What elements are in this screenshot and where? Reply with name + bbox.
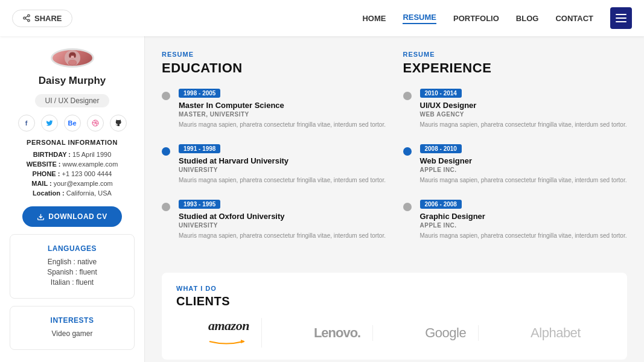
interest-1: Video gamer (20, 329, 124, 338)
edu-subtitle-2: UNIVERSITY (179, 167, 386, 173)
exp-subtitle-1: Web Agency (420, 111, 628, 118)
twitter-icon[interactable] (41, 115, 58, 132)
exp-dot-3 (403, 203, 412, 211)
lenovo-logo: Lenovo. (302, 325, 373, 341)
experience-title: EXPERIENCE (403, 60, 628, 76)
exp-content-3: 2006 - 2008 Graphic Designer Apple Inc. … (420, 198, 628, 240)
download-cv-label: DOWNLOAD CV (48, 212, 107, 221)
github-icon[interactable] (110, 115, 127, 132)
nav-left: SHARE (12, 10, 72, 27)
exp-dot-1 (403, 92, 412, 100)
svg-marker-14 (241, 340, 244, 343)
timeline-content-3: 1993 - 1995 Studied at Oxford University… (179, 198, 386, 240)
edu-subtitle-1: MASTER, UNIVERSITY (179, 111, 386, 118)
experience-tag: RESUME (403, 51, 628, 58)
exp-desc-2: Mauris magna sapien, pharetra consectetu… (420, 176, 628, 185)
exp-title-2: Web Designer (420, 156, 628, 165)
experience-column: RESUME EXPERIENCE 2010 - 2014 UI/UX Desi… (403, 51, 628, 253)
download-cv-button[interactable]: DOWNLOAD CV (22, 206, 123, 227)
edu-desc-2: Mauris magna sapien, pharetra consectetu… (179, 176, 386, 185)
interests-title: INTERESTS (20, 316, 124, 325)
edu-period-3: 1993 - 1995 (179, 200, 220, 209)
location-row: Location : California, USA (10, 189, 135, 197)
svg-point-0 (28, 14, 30, 17)
birthday-row: BIRTHDAY : 15 April 1990 (10, 151, 135, 158)
main-layout: Daisy Murphy UI / UX Designer f Be PERSO… (0, 36, 644, 362)
exp-period-3: 2006 - 2008 (420, 200, 462, 209)
sidebar: Daisy Murphy UI / UX Designer f Be PERSO… (0, 36, 145, 362)
timeline-content-2: 1991 - 1998 Studied at Harvard Universit… (179, 142, 386, 185)
exp-content-2: 2008 - 2010 Web Designer Apple Inc. Maur… (420, 142, 628, 185)
languages-card: LANGUAGES English : native Spanish : flu… (10, 234, 135, 299)
resume-columns: RESUME EDUCATION 1998 - 2005 Master In C… (162, 51, 627, 253)
exp-subtitle-3: Apple Inc. (420, 222, 628, 229)
interests-card: INTERESTS Video gamer (10, 306, 135, 350)
personal-info-label: PERSONAL INFORMATION (10, 139, 135, 146)
edu-desc-1: Mauris magna sapien, pharetra consectetu… (179, 120, 386, 129)
nav-contact[interactable]: CONTACT (555, 14, 593, 23)
experience-item-3: 2006 - 2008 Graphic Designer Apple Inc. … (403, 198, 628, 240)
education-tag: RESUME (162, 51, 386, 58)
nav-right: HOME RESUME PORTFOLIO BLOG CONTACT (362, 7, 632, 29)
edu-title-1: Master In Computer Science (179, 101, 386, 110)
svg-line-4 (25, 16, 28, 17)
behance-icon[interactable]: Be (64, 115, 81, 132)
exp-title-1: UI/UX Designer (420, 101, 628, 110)
hamburger-menu[interactable] (610, 7, 632, 29)
phone-row: PHONE : +1 123 000 4444 (10, 170, 135, 177)
exp-desc-3: Mauris magna sapien, pharetra consectetu… (420, 231, 628, 240)
amazon-logo: amazon (196, 318, 262, 348)
social-icons-row: f Be (18, 115, 127, 132)
nav-blog[interactable]: BLOG (516, 14, 539, 23)
education-item-1: 1998 - 2005 Master In Computer Science M… (162, 87, 386, 129)
languages-title: LANGUAGES (20, 244, 124, 253)
share-button[interactable]: SHARE (12, 10, 72, 27)
education-item-2: 1991 - 1998 Studied at Harvard Universit… (162, 142, 386, 185)
language-2: Spanish : fluent (20, 268, 124, 276)
top-navigation: SHARE HOME RESUME PORTFOLIO BLOG CONTACT (0, 0, 644, 36)
clients-section: WHAT I DO CLIENTS amazon Lenovo. Google (162, 273, 627, 360)
share-label: SHARE (34, 14, 62, 23)
timeline-content-1: 1998 - 2005 Master In Computer Science M… (179, 87, 386, 129)
exp-period-2: 2008 - 2010 (420, 144, 462, 153)
website-row: WEBSITE : www.example.com (10, 160, 135, 168)
exp-content-1: 2010 - 2014 UI/UX Designer Web Agency Ma… (420, 87, 628, 129)
edu-title-3: Studied at Oxford University (179, 212, 386, 221)
nav-resume[interactable]: RESUME (403, 13, 436, 24)
edu-subtitle-3: UNIVERSITY (179, 222, 386, 229)
clients-logos: amazon Lenovo. Google Alphabet (176, 318, 613, 348)
facebook-icon[interactable]: f (18, 115, 35, 132)
timeline-dot-1 (162, 92, 170, 100)
nav-portfolio[interactable]: PORTFOLIO (453, 14, 499, 23)
timeline-dot-3 (162, 203, 170, 211)
language-3: Italian : fluent (20, 278, 124, 287)
clients-header: WHAT I DO CLIENTS (176, 285, 613, 308)
edu-period-2: 1991 - 1998 (179, 144, 220, 153)
main-content: RESUME EDUCATION 1998 - 2005 Master In C… (145, 36, 644, 362)
clients-tag: WHAT I DO (176, 285, 613, 292)
svg-line-3 (25, 19, 28, 20)
education-title: EDUCATION (162, 60, 386, 76)
profile-name: Daisy Murphy (39, 75, 106, 87)
personal-info-section: PERSONAL INFORMATION BIRTHDAY : 15 April… (10, 139, 135, 199)
clients-title: CLIENTS (176, 294, 613, 308)
svg-point-12 (74, 53, 76, 57)
education-column: RESUME EDUCATION 1998 - 2005 Master In C… (162, 51, 386, 253)
mail-row: MAIL : your@example.com (10, 180, 135, 187)
timeline-dot-2 (162, 147, 170, 156)
education-item-3: 1993 - 1995 Studied at Oxford University… (162, 198, 386, 240)
exp-desc-1: Mauris magna sapien, pharetra consectetu… (420, 120, 628, 129)
nav-home[interactable]: HOME (362, 14, 386, 23)
exp-period-1: 2010 - 2014 (420, 89, 462, 98)
avatar (51, 48, 94, 68)
svg-point-11 (69, 53, 71, 57)
experience-item-1: 2010 - 2014 UI/UX Designer Web Agency Ma… (403, 87, 628, 129)
exp-subtitle-2: Apple Inc. (420, 167, 628, 173)
exp-title-3: Graphic Designer (420, 212, 628, 221)
svg-point-2 (28, 19, 30, 22)
language-1: English : native (20, 258, 124, 266)
edu-period-1: 1998 - 2005 (179, 89, 220, 98)
dribbble-icon[interactable] (87, 115, 104, 132)
alphabet-logo: Alphabet (518, 325, 593, 341)
edu-desc-3: Mauris magna sapien, pharetra consectetu… (179, 231, 386, 240)
